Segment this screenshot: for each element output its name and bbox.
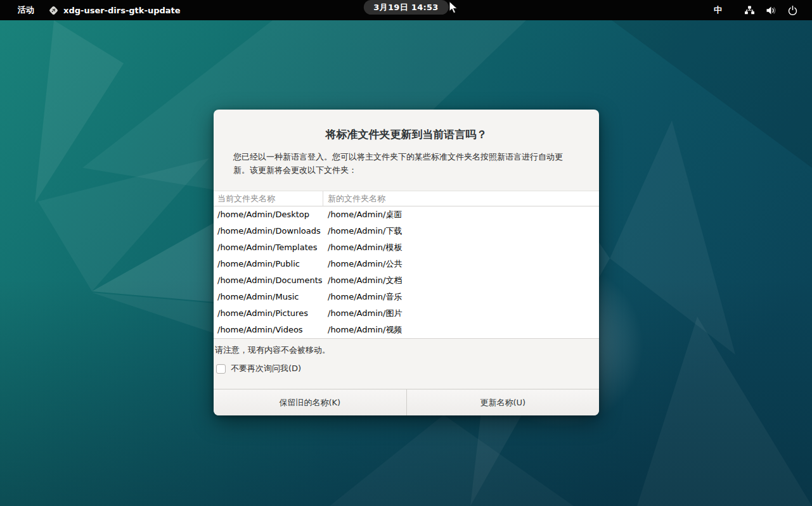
dont-ask-again-checkbox[interactable] — [216, 364, 226, 374]
desktop: 活动 xdg-user-dirs-gtk-update 3月19日 14:53 … — [0, 0, 812, 506]
new-folder-name: /home/Admin/文档 — [323, 272, 599, 289]
power-icon[interactable] — [787, 5, 798, 16]
current-folder-name: /home/Admin/Pictures — [214, 305, 323, 322]
table-row[interactable]: /home/Admin/Downloads /home/Admin/下载 — [214, 223, 599, 239]
current-folder-name: /home/Admin/Music — [214, 289, 323, 305]
current-folder-name: /home/Admin/Documents — [214, 272, 323, 289]
keep-old-names-button[interactable]: 保留旧的名称(K) — [214, 389, 407, 415]
new-folder-name: /home/Admin/图片 — [323, 305, 599, 322]
column-header-current[interactable]: 当前文件夹名称 — [214, 191, 323, 206]
input-method-indicator[interactable]: 中 — [714, 4, 722, 16]
new-folder-name: /home/Admin/桌面 — [323, 206, 599, 223]
table-row[interactable]: /home/Admin/Music /home/Admin/音乐 — [214, 289, 599, 305]
new-folder-name: /home/Admin/下载 — [323, 223, 599, 239]
current-folder-name: /home/Admin/Templates — [214, 239, 323, 256]
new-folder-name: /home/Admin/模板 — [323, 239, 599, 256]
table-row[interactable]: /home/Admin/Desktop /home/Admin/桌面 — [214, 206, 599, 223]
top-bar: 活动 xdg-user-dirs-gtk-update 3月19日 14:53 … — [0, 0, 812, 20]
dialog-footer-note: 请注意，现有内容不会被移动。 不要再次询问我(D) — [214, 338, 599, 389]
dialog-title: 将标准文件夹更新到当前语言吗？ — [214, 127, 599, 142]
update-folders-dialog: 将标准文件夹更新到当前语言吗？ 您已经以一种新语言登入。您可以将主文件夹下的某些… — [214, 110, 599, 415]
dialog-body-text: 您已经以一种新语言登入。您可以将主文件夹下的某些标准文件夹名按照新语言进行自动更… — [233, 150, 577, 177]
new-folder-name: /home/Admin/公共 — [323, 256, 599, 272]
current-folder-name: /home/Admin/Public — [214, 256, 323, 272]
current-folder-name: /home/Admin/Desktop — [214, 206, 323, 223]
dialog-button-row: 保留旧的名称(K) 更新名称(U) — [214, 389, 599, 415]
current-folder-name: /home/Admin/Videos — [214, 322, 323, 338]
table-row[interactable]: /home/Admin/Templates /home/Admin/模板 — [214, 239, 599, 256]
dialog-header: 将标准文件夹更新到当前语言吗？ 您已经以一种新语言登入。您可以将主文件夹下的某些… — [214, 110, 599, 191]
column-header-new[interactable]: 新的文件夹名称 — [323, 191, 599, 206]
dont-ask-again-row[interactable]: 不要再次询问我(D) — [216, 363, 599, 374]
note-text: 请注意，现有内容不会被移动。 — [214, 345, 599, 356]
focused-app-menu[interactable]: xdg-user-dirs-gtk-update — [48, 5, 181, 16]
table-row[interactable]: /home/Admin/Documents /home/Admin/文档 — [214, 272, 599, 289]
system-status-area: 中 — [714, 0, 812, 20]
update-names-button[interactable]: 更新名称(U) — [407, 389, 600, 415]
table-row[interactable]: /home/Admin/Videos /home/Admin/视频 — [214, 322, 599, 338]
network-wired-icon[interactable] — [744, 5, 755, 16]
activities-button[interactable]: 活动 — [13, 2, 39, 18]
application-executable-icon — [48, 5, 59, 16]
table-row[interactable]: /home/Admin/Public /home/Admin/公共 — [214, 256, 599, 272]
table-header-row: 当前文件夹名称 新的文件夹名称 — [214, 191, 599, 206]
folders-table: 当前文件夹名称 新的文件夹名称 /home/Admin/Desktop /hom… — [214, 191, 599, 338]
new-folder-name: /home/Admin/视频 — [323, 322, 599, 338]
current-folder-name: /home/Admin/Downloads — [214, 223, 323, 239]
clock-button[interactable]: 3月19日 14:53 — [363, 0, 448, 15]
volume-icon[interactable] — [766, 5, 777, 16]
table-body: /home/Admin/Desktop /home/Admin/桌面 /home… — [214, 206, 599, 338]
focused-app-name: xdg-user-dirs-gtk-update — [63, 6, 181, 15]
new-folder-name: /home/Admin/音乐 — [323, 289, 599, 305]
dont-ask-again-label: 不要再次询问我(D) — [231, 363, 301, 374]
table-row[interactable]: /home/Admin/Pictures /home/Admin/图片 — [214, 305, 599, 322]
